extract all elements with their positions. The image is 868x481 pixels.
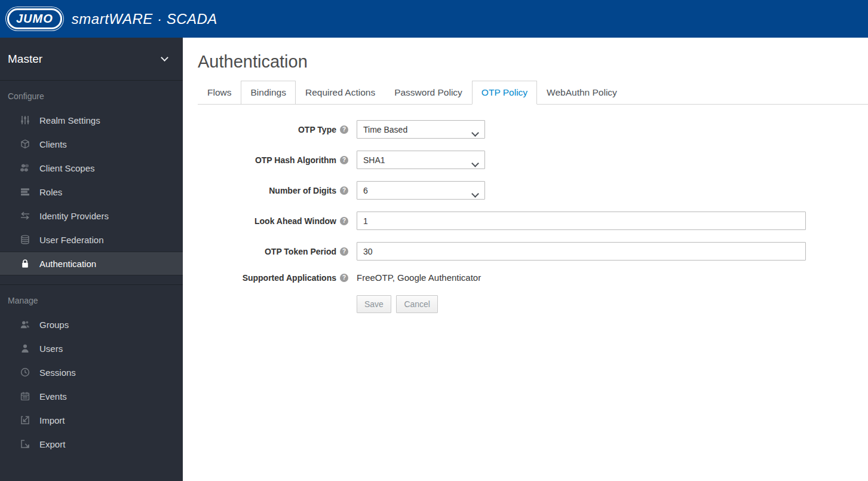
help-icon[interactable] (340, 274, 348, 282)
sidebar-item-label: Realm Settings (39, 115, 100, 125)
sidebar-section-configure: Configure Realm Settings Clients Client … (0, 81, 183, 275)
export-icon (19, 439, 31, 449)
field-label: OTP Type (198, 125, 348, 134)
otp-policy-form: OTP Type Time Based OTP Hash Algorithm (198, 120, 868, 313)
sidebar-item-events[interactable]: Events (0, 384, 183, 408)
sidebar-item-label: Roles (39, 187, 62, 197)
sidebar: Master Configure Realm Settings Clients (0, 38, 183, 481)
sidebar-item-identity-providers[interactable]: Identity Providers (0, 204, 183, 228)
sidebar-item-roles[interactable]: Roles (0, 180, 183, 204)
tab-bindings[interactable]: Bindings (241, 81, 295, 105)
sidebar-item-label: Export (39, 439, 65, 449)
help-icon[interactable] (340, 247, 348, 256)
sidebar-item-authentication[interactable]: Authentication (0, 252, 183, 275)
tab-required-actions[interactable]: Required Actions (296, 81, 385, 105)
tab-bar: Flows Bindings Required Actions Password… (198, 81, 868, 105)
sidebar-item-label: Client Scopes (39, 163, 95, 173)
sidebar-item-label: Identity Providers (39, 211, 109, 221)
save-button[interactable]: Save (357, 295, 391, 313)
field-label: Number of Digits (198, 186, 348, 195)
form-row-otp-type: OTP Type Time Based (198, 120, 806, 139)
otp-type-select[interactable]: Time Based (357, 120, 485, 139)
sidebar-item-clients[interactable]: Clients (0, 132, 183, 156)
users-icon (19, 320, 31, 329)
tab-password-policy[interactable]: Password Policy (385, 81, 472, 105)
form-row-look-ahead-window: Look Ahead Window (198, 212, 806, 230)
number-of-digits-select[interactable]: 6 (357, 181, 485, 200)
otp-token-period-input[interactable] (357, 242, 806, 261)
sidebar-item-client-scopes[interactable]: Client Scopes (0, 156, 183, 180)
field-label: OTP Token Period (198, 247, 348, 256)
sidebar-item-user-federation[interactable]: User Federation (0, 228, 183, 252)
cubes-icon (19, 163, 31, 173)
page-title: Authentication (198, 52, 868, 72)
form-row-buttons: Save Cancel (198, 295, 806, 313)
form-row-number-of-digits: Number of Digits 6 (198, 181, 806, 200)
otp-hash-algorithm-select[interactable]: SHA1 (357, 151, 485, 169)
user-icon (19, 344, 31, 353)
field-label: OTP Hash Algorithm (198, 155, 348, 165)
app-header: JUMO smartWARE · SCADA (0, 0, 868, 38)
sidebar-item-label: Authentication (39, 259, 96, 269)
sidebar-item-import[interactable]: Import (0, 408, 183, 432)
supported-applications-value: FreeOTP, Google Authenticator (357, 272, 481, 283)
field-label: Look Ahead Window (198, 216, 348, 226)
import-icon (19, 415, 31, 425)
realm-selector[interactable]: Master (0, 38, 183, 81)
chevron-down-icon (161, 54, 168, 62)
form-row-otp-token-period: OTP Token Period (198, 242, 806, 261)
main-content: Authentication Flows Bindings Required A… (183, 38, 868, 481)
sidebar-item-realm-settings[interactable]: Realm Settings (0, 108, 183, 132)
list-bars-icon (19, 187, 31, 197)
sidebar-section-manage: Manage Groups Users Sessions (0, 284, 183, 456)
clock-icon (19, 367, 31, 377)
look-ahead-window-input[interactable] (357, 212, 806, 230)
otp-type-select-wrap: Time Based (357, 124, 485, 134)
field-label: Supported Applications (198, 273, 348, 283)
tab-otp-policy[interactable]: OTP Policy (472, 81, 537, 105)
calendar-icon (19, 391, 31, 401)
help-icon[interactable] (340, 217, 348, 225)
sliders-icon (19, 115, 31, 125)
sidebar-item-label: Clients (39, 139, 67, 149)
exchange-arrows-icon (19, 211, 31, 220)
form-row-supported-applications: Supported Applications FreeOTP, Google A… (198, 272, 806, 283)
number-of-digits-select-wrap: 6 (357, 185, 485, 195)
cube-icon (19, 139, 31, 149)
section-label-configure: Configure (0, 81, 183, 108)
section-label-manage: Manage (0, 285, 183, 313)
sidebar-item-label: Users (39, 344, 63, 354)
lock-icon (19, 259, 31, 268)
otp-hash-algorithm-select-wrap: SHA1 (357, 155, 485, 165)
cancel-button[interactable]: Cancel (396, 295, 438, 313)
sidebar-item-export[interactable]: Export (0, 432, 183, 456)
sidebar-item-label: User Federation (39, 235, 104, 245)
help-icon[interactable] (340, 156, 348, 164)
sidebar-item-users[interactable]: Users (0, 336, 183, 360)
jumo-logo: JUMO (7, 8, 62, 29)
help-icon[interactable] (340, 186, 348, 195)
help-icon[interactable] (340, 125, 348, 134)
sidebar-item-label: Groups (39, 320, 69, 330)
sidebar-item-label: Sessions (39, 367, 76, 378)
sidebar-item-label: Events (39, 391, 67, 402)
form-row-otp-hash-algorithm: OTP Hash Algorithm SHA1 (198, 151, 806, 169)
tab-webauthn-policy[interactable]: WebAuthn Policy (537, 81, 627, 105)
database-icon (19, 235, 31, 244)
sidebar-item-label: Import (39, 415, 65, 425)
brand-title: smartWARE · SCADA (72, 11, 217, 27)
sidebar-item-sessions[interactable]: Sessions (0, 360, 183, 384)
tab-flows[interactable]: Flows (198, 81, 241, 105)
realm-name: Master (8, 53, 42, 66)
sidebar-item-groups[interactable]: Groups (0, 313, 183, 336)
